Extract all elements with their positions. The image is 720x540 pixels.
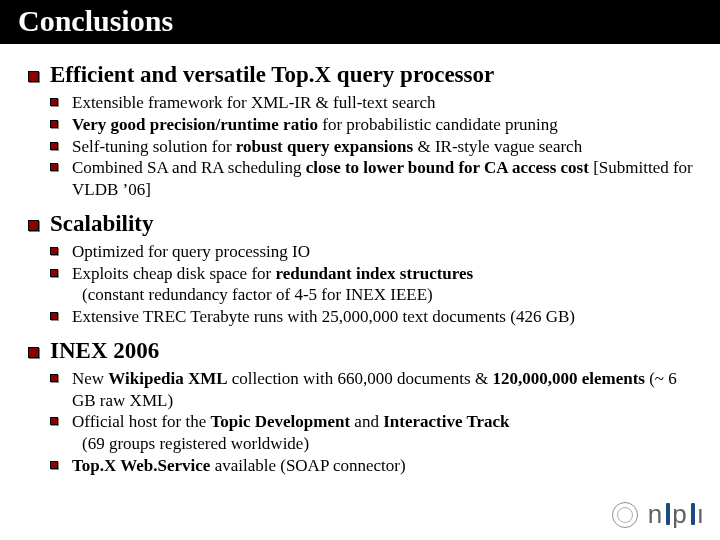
item-list: New Wikipedia XML collection with 660,00… bbox=[50, 368, 704, 477]
list-item: Optimized for query processing IO bbox=[50, 241, 704, 263]
bullet-icon bbox=[50, 374, 58, 382]
slide: Conclusions Efficient and versatile Top.… bbox=[0, 0, 720, 540]
item-text: New Wikipedia XML collection with 660,00… bbox=[72, 369, 677, 410]
item-text: Optimized for query processing IO bbox=[72, 242, 310, 261]
list-item: Extensive TREC Terabyte runs with 25,000… bbox=[50, 306, 704, 328]
section-efficient: Efficient and versatile Top.X query proc… bbox=[28, 62, 704, 201]
list-item: Extensible framework for XML-IR & full-t… bbox=[50, 92, 704, 114]
item-text: Extensible framework for XML-IR & full-t… bbox=[72, 93, 436, 112]
bullet-icon bbox=[50, 142, 58, 150]
logo-stem-icon bbox=[666, 503, 670, 525]
slide-title: Conclusions bbox=[0, 0, 720, 44]
list-item: New Wikipedia XML collection with 660,00… bbox=[50, 368, 704, 412]
bullet-icon bbox=[50, 98, 58, 106]
list-item: Self-tuning solution for robust query ex… bbox=[50, 136, 704, 158]
mpii-logo: npı bbox=[648, 499, 706, 530]
section-heading: Efficient and versatile Top.X query proc… bbox=[50, 62, 494, 87]
item-text: Combined SA and RA scheduling close to l… bbox=[72, 158, 693, 199]
seal-icon bbox=[612, 502, 638, 528]
bullet-icon bbox=[50, 312, 58, 320]
logo-stem-icon bbox=[691, 503, 695, 525]
list-item: Top.X Web.Service available (SOAP connec… bbox=[50, 455, 704, 477]
section-list: Efficient and versatile Top.X query proc… bbox=[28, 62, 704, 477]
item-text: Extensive TREC Terabyte runs with 25,000… bbox=[72, 307, 575, 326]
bullet-icon bbox=[50, 120, 58, 128]
section-inex: INEX 2006 New Wikipedia XML collection w… bbox=[28, 338, 704, 477]
item-text: Top.X Web.Service available (SOAP connec… bbox=[72, 456, 406, 475]
section-scalability: Scalability Optimized for query processi… bbox=[28, 211, 704, 328]
item-list: Optimized for query processing IO Exploi… bbox=[50, 241, 704, 328]
bullet-icon bbox=[50, 269, 58, 277]
list-item: Combined SA and RA scheduling close to l… bbox=[50, 157, 704, 201]
list-item: Official host for the Topic Development … bbox=[50, 411, 704, 455]
section-heading: Scalability bbox=[50, 211, 154, 236]
bullet-icon bbox=[28, 71, 39, 82]
item-text: Very good precision/runtime ratio for pr… bbox=[72, 115, 558, 134]
item-list: Extensible framework for XML-IR & full-t… bbox=[50, 92, 704, 201]
bullet-icon bbox=[50, 417, 58, 425]
item-text: Self-tuning solution for robust query ex… bbox=[72, 137, 582, 156]
bullet-icon bbox=[28, 347, 39, 358]
bullet-icon bbox=[28, 220, 39, 231]
list-item: Exploits cheap disk space for redundant … bbox=[50, 263, 704, 307]
section-heading: INEX 2006 bbox=[50, 338, 159, 363]
footer-logo: npı bbox=[612, 499, 706, 530]
bullet-icon bbox=[50, 163, 58, 171]
bullet-icon bbox=[50, 247, 58, 255]
list-item: Very good precision/runtime ratio for pr… bbox=[50, 114, 704, 136]
bullet-icon bbox=[50, 461, 58, 469]
item-text: Official host for the Topic Development … bbox=[72, 412, 704, 455]
slide-content: Efficient and versatile Top.X query proc… bbox=[0, 44, 720, 477]
item-text: Exploits cheap disk space for redundant … bbox=[72, 264, 704, 307]
